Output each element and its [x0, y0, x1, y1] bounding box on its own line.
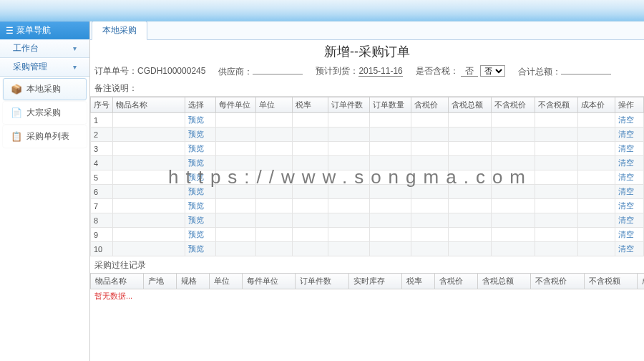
- cell[interactable]: [255, 199, 293, 213]
- expect-date-value[interactable]: 2015-11-16: [358, 66, 402, 77]
- cell[interactable]: [328, 213, 369, 228]
- cell[interactable]: [448, 142, 491, 156]
- clear-button[interactable]: 清空: [615, 213, 643, 228]
- cell[interactable]: [293, 142, 328, 156]
- cell[interactable]: [411, 127, 449, 142]
- cell[interactable]: [578, 185, 615, 199]
- cell[interactable]: [215, 170, 255, 185]
- cell[interactable]: [293, 156, 328, 170]
- cell[interactable]: [369, 156, 411, 170]
- cell[interactable]: [535, 213, 577, 228]
- cell[interactable]: [328, 185, 369, 199]
- cell[interactable]: [411, 185, 449, 199]
- cell[interactable]: [369, 170, 411, 185]
- cell[interactable]: [328, 199, 369, 213]
- cell[interactable]: [578, 156, 615, 170]
- clear-button[interactable]: 清空: [615, 142, 643, 156]
- cell[interactable]: [113, 113, 185, 127]
- sidebar-section-purchase[interactable]: 采购管理 ▾: [0, 58, 89, 77]
- sidebar-item-0[interactable]: 📦本地采购: [3, 78, 87, 100]
- cell[interactable]: [492, 242, 535, 256]
- tab-local-purchase[interactable]: 本地采购: [92, 21, 147, 40]
- cell[interactable]: [113, 242, 185, 256]
- cell[interactable]: [578, 242, 615, 256]
- cell[interactable]: [369, 228, 411, 242]
- sidebar-item-1[interactable]: 📄大宗采购: [3, 102, 87, 124]
- cell[interactable]: [411, 142, 449, 156]
- clear-button[interactable]: 清空: [615, 113, 643, 127]
- cell[interactable]: [113, 185, 185, 199]
- cell[interactable]: [255, 228, 293, 242]
- cell[interactable]: [411, 113, 449, 127]
- cell[interactable]: [578, 142, 615, 156]
- cell[interactable]: [448, 156, 491, 170]
- cell[interactable]: [293, 170, 328, 185]
- cell[interactable]: [535, 127, 577, 142]
- cell[interactable]: [369, 127, 411, 142]
- cell[interactable]: [369, 213, 411, 228]
- clear-button[interactable]: 清空: [615, 127, 643, 142]
- cell[interactable]: [411, 228, 449, 242]
- cell[interactable]: [113, 127, 185, 142]
- cell[interactable]: [113, 213, 185, 228]
- cell[interactable]: [492, 156, 535, 170]
- cell[interactable]: [215, 242, 255, 256]
- cell[interactable]: [492, 170, 535, 185]
- cell[interactable]: [448, 185, 491, 199]
- cell[interactable]: [255, 213, 293, 228]
- cell[interactable]: [492, 185, 535, 199]
- cell[interactable]: [328, 113, 369, 127]
- cell[interactable]: [255, 185, 293, 199]
- cell[interactable]: [492, 142, 535, 156]
- cell[interactable]: [255, 242, 293, 256]
- cell[interactable]: [215, 113, 255, 127]
- cell[interactable]: [215, 185, 255, 199]
- cell[interactable]: [448, 199, 491, 213]
- clear-button[interactable]: 清空: [615, 170, 643, 185]
- cell[interactable]: [215, 127, 255, 142]
- cell[interactable]: [492, 199, 535, 213]
- cell[interactable]: [535, 170, 577, 185]
- cell[interactable]: [535, 242, 577, 256]
- cell[interactable]: [255, 113, 293, 127]
- cell[interactable]: [578, 228, 615, 242]
- supplier-field[interactable]: [253, 64, 303, 74]
- clear-button[interactable]: 清空: [615, 242, 643, 256]
- cell[interactable]: [369, 242, 411, 256]
- cell[interactable]: [578, 113, 615, 127]
- cell[interactable]: [215, 199, 255, 213]
- cell[interactable]: [113, 199, 185, 213]
- cell[interactable]: [113, 142, 185, 156]
- sidebar-item-2[interactable]: 📋采购单列表: [3, 125, 87, 148]
- cell[interactable]: [448, 242, 491, 256]
- cell[interactable]: [448, 170, 491, 185]
- cell[interactable]: [492, 213, 535, 228]
- cell[interactable]: [255, 127, 293, 142]
- clear-button[interactable]: 清空: [615, 156, 643, 170]
- cell[interactable]: [411, 199, 449, 213]
- cell[interactable]: [492, 113, 535, 127]
- preview-button[interactable]: 预览: [185, 228, 216, 242]
- cell[interactable]: [578, 213, 615, 228]
- preview-button[interactable]: 预览: [185, 199, 216, 213]
- cell[interactable]: [492, 228, 535, 242]
- cell[interactable]: [215, 142, 255, 156]
- preview-button[interactable]: 预览: [185, 242, 216, 256]
- cell[interactable]: [411, 213, 449, 228]
- cell[interactable]: [578, 127, 615, 142]
- preview-button[interactable]: 预览: [185, 213, 216, 228]
- cell[interactable]: [535, 185, 577, 199]
- cell[interactable]: [578, 199, 615, 213]
- cell[interactable]: [448, 113, 491, 127]
- clear-button[interactable]: 清空: [615, 199, 643, 213]
- cell[interactable]: [255, 156, 293, 170]
- cell[interactable]: [448, 228, 491, 242]
- preview-button[interactable]: 预览: [185, 142, 216, 156]
- cell[interactable]: [328, 170, 369, 185]
- cell[interactable]: [535, 199, 577, 213]
- cell[interactable]: [328, 142, 369, 156]
- cell[interactable]: [411, 156, 449, 170]
- cell[interactable]: [369, 185, 411, 199]
- cell[interactable]: [328, 156, 369, 170]
- cell[interactable]: [113, 228, 185, 242]
